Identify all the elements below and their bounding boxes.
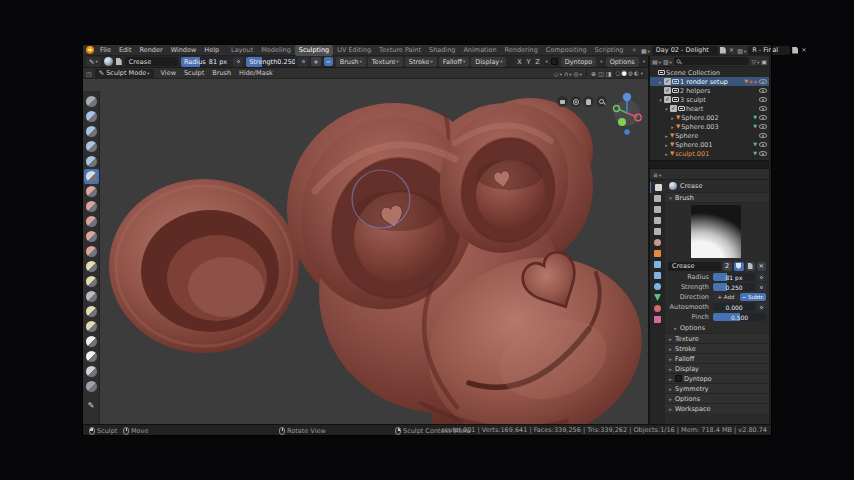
unlink-brush-button[interactable]: × xyxy=(757,262,766,271)
direction-add-toggle[interactable]: + xyxy=(311,57,320,66)
radius-animate-button[interactable] xyxy=(233,57,243,67)
brush-panel-header[interactable]: ▾ Brush xyxy=(665,192,769,203)
panel-symmetry[interactable]: ▸Symmetry xyxy=(665,383,769,393)
dyntopo-checkbox[interactable] xyxy=(551,58,558,65)
workspace-tab-layout[interactable]: Layout xyxy=(227,45,257,56)
menu-help[interactable]: Help xyxy=(200,46,223,54)
tool-elastic-deform-icon[interactable] xyxy=(84,274,99,289)
outliner-search-input[interactable] xyxy=(674,57,750,65)
brush-preview-thumbnail[interactable] xyxy=(691,205,741,258)
properties-tab-material[interactable] xyxy=(650,303,665,314)
panel-dyntopo[interactable]: ▸Dyntopo xyxy=(665,373,769,383)
outliner-row-3-sculpt[interactable]: ▾✓3 sculpt xyxy=(650,95,769,104)
expand-arrow[interactable]: ▸ xyxy=(670,124,675,130)
strength-slider[interactable]: Strength 0.250 xyxy=(246,57,295,67)
outliner-row-1-render-setup[interactable]: ▸✓1 render setup▼●● xyxy=(650,77,769,86)
options-popover[interactable]: Options xyxy=(606,57,639,67)
panel-workspace[interactable]: ▸Workspace xyxy=(665,403,769,413)
gizmo-y-neg-axis[interactable] xyxy=(618,118,626,126)
properties-tab-view-layer[interactable] xyxy=(650,215,665,226)
transform-orientation-dropdown[interactable]: ◇▾ xyxy=(554,70,562,77)
popover-texture[interactable]: Texture▾ xyxy=(368,57,403,67)
new-collection-button[interactable]: ▣ xyxy=(761,58,767,65)
properties-tab-world[interactable] xyxy=(650,237,665,248)
expand-arrow[interactable]: ▸ xyxy=(664,142,669,148)
radius-slider[interactable]: Radius 81 px xyxy=(181,57,230,67)
collection-checkbox[interactable]: ✓ xyxy=(664,87,671,94)
outliner-row-sphere[interactable]: ▸▼Sphere xyxy=(650,131,769,140)
properties-tab-texture[interactable] xyxy=(650,314,665,325)
tool-smooth-icon[interactable] xyxy=(84,184,99,199)
hide-eye-toggle[interactable] xyxy=(759,151,767,156)
tool-annotate-icon[interactable]: ✎ xyxy=(84,398,99,413)
editor-type-icon[interactable]: ◳ xyxy=(86,70,92,77)
mode-dropdown[interactable]: ✎ Sculpt Mode▾ xyxy=(95,69,154,78)
brush-name-field[interactable]: Crease xyxy=(668,262,721,271)
tool-face-sets-icon[interactable] xyxy=(84,379,99,394)
gizmo-z-neg-axis[interactable] xyxy=(624,129,630,135)
properties-editor-icon[interactable]: ≡▾ xyxy=(653,171,661,178)
expand-arrow[interactable]: ▸ xyxy=(670,115,675,121)
add-workspace-button[interactable]: + xyxy=(627,45,640,56)
expand-arrow[interactable]: ▸ xyxy=(664,133,669,139)
outliner-row-heart[interactable]: ▾✓heart xyxy=(650,104,769,113)
direction-subtract-toggle[interactable]: − xyxy=(324,57,333,66)
viewport-canvas[interactable] xyxy=(83,91,648,424)
collection-checkbox[interactable]: ✓ xyxy=(664,78,671,85)
new-view-layer-button[interactable] xyxy=(792,47,798,54)
menu-file[interactable]: File xyxy=(96,46,115,54)
proportional-editing-icon[interactable]: ◎▾ xyxy=(574,70,583,77)
zoom-button[interactable] xyxy=(596,96,607,107)
panel-options[interactable]: ▸Options xyxy=(665,393,769,403)
tool-crease-icon[interactable] xyxy=(84,169,99,184)
brush-name-field[interactable]: Crease xyxy=(125,57,178,66)
pinch-slider[interactable]: 0.500 xyxy=(713,313,766,321)
outliner-row-scene-collection[interactable]: Scene Collection xyxy=(650,68,769,77)
tool-snake-hook-icon[interactable] xyxy=(84,289,99,304)
tool-layer-icon[interactable] xyxy=(84,154,99,169)
navigation-gizmo[interactable] xyxy=(610,89,644,135)
viewport-menu-view[interactable]: View xyxy=(157,69,180,77)
tool-fill-icon[interactable] xyxy=(84,214,99,229)
blender-logo-icon[interactable] xyxy=(86,46,94,54)
expand-arrow[interactable]: ▾ xyxy=(664,106,669,112)
brush-tool-icon[interactable]: ✎▾ xyxy=(86,57,101,67)
shading-wireframe-button[interactable]: ○ xyxy=(615,70,620,76)
new-brush-button[interactable] xyxy=(116,58,122,65)
hide-eye-toggle[interactable] xyxy=(759,97,767,102)
workspace-tab-scripting[interactable]: Scripting xyxy=(591,45,628,56)
overlays-toggle[interactable]: ◫ xyxy=(598,70,604,77)
hide-eye-toggle[interactable] xyxy=(759,142,767,147)
tool-pose-icon[interactable] xyxy=(84,319,99,334)
properties-tab-object[interactable] xyxy=(650,248,665,259)
outliner-row-sphere-001[interactable]: ▸▼Sphere.001▼ xyxy=(650,140,769,149)
properties-tab-modifiers[interactable] xyxy=(650,259,665,270)
strength-animate-button[interactable] xyxy=(757,283,766,291)
workspace-tab-animation[interactable]: Animation xyxy=(459,45,500,56)
workspace-tab-sculpting[interactable]: Sculpting xyxy=(295,45,333,56)
workspace-tab-rendering[interactable]: Rendering xyxy=(501,45,542,56)
workspace-tab-modeling[interactable]: Modeling xyxy=(257,45,295,56)
remove-view-layer-button[interactable]: × xyxy=(800,46,807,54)
fake-user-shield-toggle[interactable] xyxy=(734,262,744,271)
radius-slider[interactable]: 81 px xyxy=(713,273,755,281)
gizmo-toggle[interactable]: ⊕ xyxy=(591,70,596,77)
camera-view-button[interactable] xyxy=(557,96,568,107)
workspace-tab-texture-paint[interactable]: Texture Paint xyxy=(375,45,425,56)
hide-eye-toggle[interactable] xyxy=(759,79,767,84)
mirror-x-toggle[interactable]: X xyxy=(515,57,523,66)
mirror-z-toggle[interactable]: Z xyxy=(533,57,541,66)
panel-stroke[interactable]: ▸Stroke xyxy=(665,343,769,353)
gizmo-z-axis[interactable] xyxy=(623,93,631,101)
autosmooth-slider[interactable]: 0.000 xyxy=(713,303,755,311)
direction-subtract-button[interactable]: − Subtr. xyxy=(740,293,766,301)
panel-falloff[interactable]: ▸Falloff xyxy=(665,353,769,363)
mirror-y-toggle[interactable]: Y xyxy=(524,57,532,66)
brush-preview-sphere[interactable] xyxy=(104,57,113,66)
popover-stroke[interactable]: Stroke▾ xyxy=(405,57,437,67)
menu-edit[interactable]: Edit xyxy=(115,46,136,54)
users-count-badge[interactable]: 2 xyxy=(723,262,732,271)
direction-add-button[interactable]: + Add xyxy=(713,293,739,301)
outliner-row-2-helpers[interactable]: ✓2 helpers xyxy=(650,86,769,95)
popover-display[interactable]: Display▾ xyxy=(471,57,506,67)
